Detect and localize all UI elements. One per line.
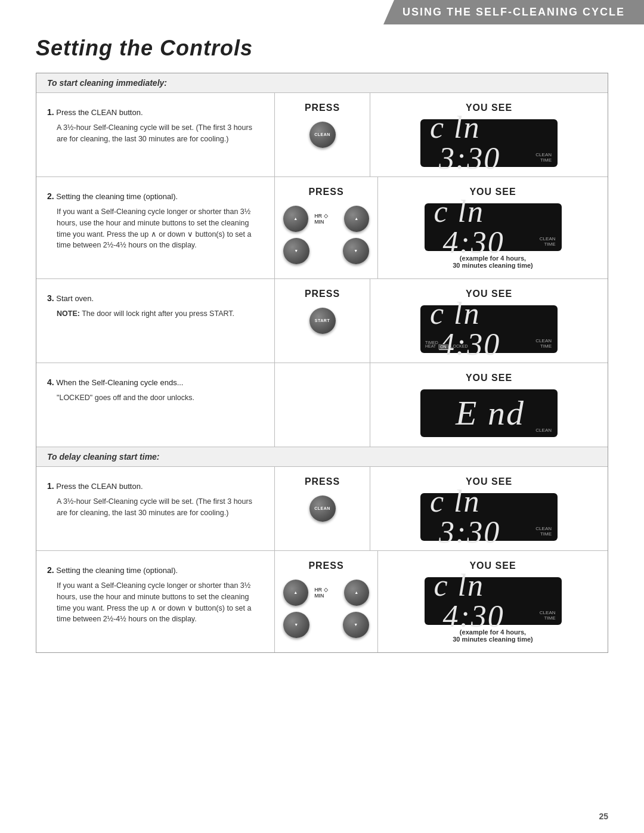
main-content: To start cleaning immediately: 1. Press …: [36, 73, 608, 653]
press-col-2: PRESS ▲ HR ◇ MIN ▲ ▼: [275, 177, 378, 278]
on-indicator: ON: [438, 344, 448, 349]
step-1-num: 1.: [47, 107, 54, 117]
display-screen-5: c ln 3:30 CLEANTIME: [420, 493, 558, 541]
start-button-1[interactable]: START: [309, 308, 336, 334]
press-label-5: PRESS: [305, 476, 340, 487]
hr-down-button-2[interactable]: ▼: [283, 612, 309, 638]
step-5-detail: A 3½-hour Self-Cleaning cycle will be se…: [57, 496, 264, 519]
instructions-4: 4. When the Self-Cleaning cycle ends... …: [36, 363, 275, 447]
yousee-col-2: YOU SEE c ln 4:30 CLEANTIME (example for…: [378, 177, 608, 278]
page-title-text: Setting the Controls: [36, 36, 253, 60]
heat-indicator: HEAT: [425, 344, 436, 349]
page-title: Setting the Controls: [36, 36, 644, 61]
step-3-num: 3.: [47, 293, 54, 303]
display-end-4: E nd: [456, 396, 525, 431]
display-screen-3: c ln 4:30 CLEANTIME HEAT ON LOCKED TIMED: [420, 305, 558, 353]
btn-row-top-1: ▲ HR ◇ MIN ▲: [281, 203, 371, 234]
display-indicator-3: CLEANTIME: [535, 338, 552, 349]
display-indicator-5: CLEANTIME: [535, 526, 552, 537]
clean-button-2[interactable]: CLEAN: [309, 496, 336, 522]
hr-min-buttons-1: ▲ HR ◇ MIN ▲ ▼ ▼: [281, 203, 371, 267]
step-3-note: NOTE: The door will lock right after you…: [57, 308, 264, 320]
btn-row-bottom-1: ▼ ▼: [281, 236, 371, 267]
instructions-6: 2. Setting the cleaning time (optional).…: [36, 551, 275, 652]
display-indicator-4: CLEAN: [535, 428, 552, 433]
arrows-2: HR ◇ MIN: [314, 587, 338, 599]
min-up-button-1[interactable]: ▲: [344, 206, 369, 232]
yousee-col-3: YOU SEE c ln 4:30 CLEANTIME HEAT ON LOCK…: [370, 279, 608, 363]
empty-press-4: [275, 363, 370, 447]
page-number: 25: [599, 812, 608, 821]
row-3: 3. Start oven. NOTE: The door will lock …: [36, 279, 608, 363]
min-down-button-2[interactable]: ▼: [343, 612, 369, 638]
hr-down-button-1[interactable]: ▼: [283, 238, 309, 264]
press-col-3: PRESS START: [275, 279, 370, 363]
press-col-6: PRESS ▲ HR ◇ MIN ▲ ▼: [275, 551, 378, 652]
step-6-detail: If you want a Self-Cleaning cycle longer…: [57, 580, 264, 625]
step-6-num: 2.: [47, 565, 54, 575]
press-label-3: PRESS: [305, 289, 340, 299]
arrows-1: HR ◇ MIN: [314, 213, 338, 225]
display-bottom-indicators-3: HEAT ON LOCKED: [425, 344, 467, 349]
hr-up-button-1[interactable]: ▲: [283, 206, 308, 232]
clean-btn-label-1: CLEAN: [314, 132, 330, 137]
display-screen-4: E nd CLEAN: [420, 389, 558, 437]
yousee-col-1: YOU SEE c ln 3:30 CLEANTIME: [370, 93, 608, 176]
step-5-main: Press the CLEAN button.: [56, 482, 143, 491]
display-screen-6: c ln 4:30 CLEANTIME: [425, 577, 562, 625]
instructions-5: 1. Press the CLEAN button. A 3½-hour Sel…: [36, 467, 275, 550]
yousee-col-5: YOU SEE c ln 3:30 CLEANTIME: [370, 467, 608, 550]
display-left-5: c ln 3:30: [430, 486, 550, 548]
min-down-button-1[interactable]: ▼: [343, 238, 369, 264]
hr-up-button-2[interactable]: ▲: [283, 580, 308, 606]
display-left-3: c ln 4:30: [430, 298, 550, 360]
step-1-main: Press the CLEAN button.: [56, 108, 143, 117]
header-banner: Using the Self-Cleaning Cycle: [383, 0, 644, 24]
step-2-main: Setting the cleaning time (optional).: [56, 192, 178, 201]
row-6: 2. Setting the cleaning time (optional).…: [36, 551, 608, 652]
step-3-main: Start oven.: [56, 294, 94, 303]
step-4-num: 4.: [47, 377, 54, 387]
press-col-5: PRESS CLEAN: [275, 467, 370, 550]
btn-row-top-2: ▲ HR ◇ MIN ▲: [281, 577, 371, 608]
row-5: 1. Press the CLEAN button. A 3½-hour Sel…: [36, 467, 608, 551]
step-4-main: When the Self-Cleaning cycle ends...: [56, 378, 183, 387]
display-indicator-6: CLEANTIME: [540, 610, 556, 621]
display-left-2: c ln 4:30: [434, 196, 555, 258]
instructions-1: 1. Press the CLEAN button. A 3½-hour Sel…: [36, 93, 275, 176]
step-1-detail: A 3½-hour Self-Cleaning cycle will be se…: [57, 122, 264, 145]
instructions-3: 3. Start oven. NOTE: The door will lock …: [36, 279, 275, 363]
step-2-num: 2.: [47, 191, 54, 201]
hr-label-1: HR ◇ MIN: [314, 213, 338, 225]
display-left-1: c ln 3:30: [430, 112, 550, 174]
hr-min-buttons-2: ▲ HR ◇ MIN ▲ ▼ ▼: [281, 577, 371, 640]
instructions-2: 2. Setting the cleaning time (optional).…: [36, 177, 275, 278]
press-label-6: PRESS: [308, 561, 343, 571]
btn-row-bottom-2: ▼ ▼: [281, 609, 371, 640]
press-label-2: PRESS: [308, 187, 343, 197]
step-5-num: 1.: [47, 481, 54, 491]
display-left-6: c ln 4:30: [434, 570, 555, 632]
row-4: 4. When the Self-Cleaning cycle ends... …: [36, 363, 608, 447]
yousee-label-4: YOU SEE: [466, 373, 512, 383]
row-2: 2. Setting the cleaning time (optional).…: [36, 177, 608, 279]
display-screen-2: c ln 4:30 CLEANTIME: [425, 203, 562, 251]
display-indicator-1: CLEANTIME: [535, 152, 552, 163]
clean-button-1[interactable]: CLEAN: [309, 122, 336, 148]
hr-label-2: HR ◇ MIN: [314, 587, 338, 599]
yousee-col-6: YOU SEE c ln 4:30 CLEANTIME (example for…: [378, 551, 608, 652]
min-up-button-2[interactable]: ▲: [344, 580, 369, 606]
timed-indicator: TIMED: [425, 340, 438, 345]
step-2-detail: If you want a Self-Cleaning cycle longer…: [57, 206, 264, 251]
display-indicator-2: CLEANTIME: [540, 236, 556, 247]
press-col-1: PRESS CLEAN: [275, 93, 370, 176]
step-6-main: Setting the cleaning time (optional).: [56, 566, 178, 575]
step-4-detail: "LOCKED" goes off and the door unlocks.: [57, 392, 264, 404]
row-1: 1. Press the CLEAN button. A 3½-hour Sel…: [36, 93, 608, 177]
locked-indicator: LOCKED: [451, 344, 468, 349]
display-screen-1: c ln 3:30 CLEANTIME: [420, 119, 558, 167]
section-header-delay: To delay cleaning start time:: [36, 447, 608, 467]
note-bold-3: NOTE:: [57, 309, 80, 318]
section-header-start: To start cleaning immediately:: [36, 73, 608, 93]
header-banner-text: Using the Self-Cleaning Cycle: [402, 6, 625, 18]
